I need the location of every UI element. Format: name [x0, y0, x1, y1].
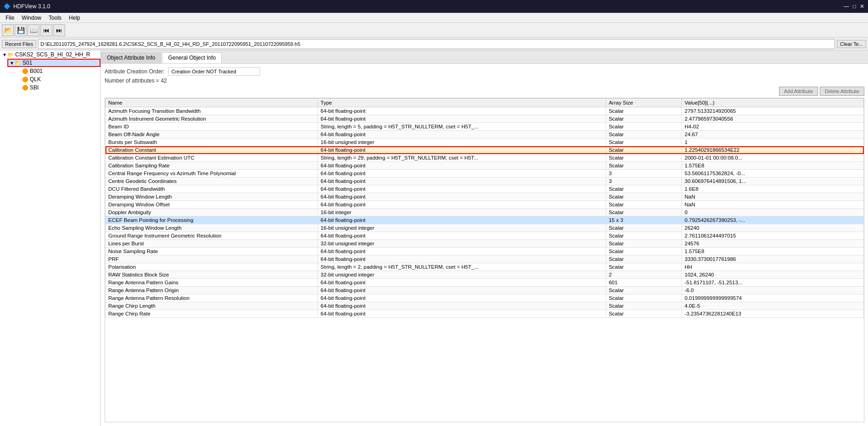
toolbar-save-btn[interactable]: 💾 — [15, 24, 27, 36]
table-cell-array_size: 601 — [606, 279, 681, 287]
addressbar: Recent Files Clear Te... — [0, 38, 868, 50]
table-row[interactable]: ECEF Beam Pointing for Processing64-bit … — [106, 216, 864, 224]
table-cell-name: Calibration Constant — [106, 146, 318, 154]
table-cell-type: 64-bit floating-point — [317, 287, 606, 294]
sidebar-label-sbi: SBI — [30, 84, 39, 91]
table-row[interactable]: Range Antenna Pattern Origin64-bit float… — [106, 287, 864, 294]
menu-help[interactable]: Help — [65, 14, 84, 22]
clear-btn[interactable]: Clear Te... — [837, 40, 866, 48]
menu-window[interactable]: Window — [18, 14, 45, 22]
tree-children-s01: 🟠 B001 🟠 QLK 🟠 SBI — [7, 67, 100, 92]
table-row[interactable]: Range Antenna Pattern Resolution64-bit f… — [106, 294, 864, 302]
table-row[interactable]: Central Range Frequency vs Azimuth Time … — [106, 170, 864, 177]
table-row[interactable]: Centre Geodetic Coordinates64-bit floati… — [106, 177, 864, 185]
table-row[interactable]: Azimuth Instrument Geometric Resolution6… — [106, 115, 864, 123]
table-row[interactable]: Beam Off-Nadir Angle64-bit floating-poin… — [106, 131, 864, 138]
table-cell-value: 24576 — [682, 240, 864, 248]
table-row[interactable]: Deramping Window Offset64-bit floating-p… — [106, 201, 864, 209]
tab-general-obj[interactable]: General Object Info — [162, 52, 222, 63]
sidebar-item-b001[interactable]: 🟠 B001 — [15, 67, 100, 75]
table-cell-name: Beam ID — [106, 123, 318, 131]
table-row[interactable]: Ground Range Instrument Geometric Resolu… — [106, 232, 864, 240]
table-row[interactable]: Doppler Ambiguity16-bit integerScalar0 — [106, 209, 864, 216]
table-cell-name: Polarisation — [106, 263, 318, 271]
window-close[interactable]: ✕ — [860, 3, 864, 10]
folder-icon-s01: 📁 — [15, 60, 21, 66]
table-row[interactable]: Calibration Constant Estimation UTCStrin… — [106, 154, 864, 162]
table-cell-array_size: Scalar — [606, 185, 681, 193]
table-cell-type: 64-bit floating-point — [317, 248, 606, 255]
toolbar-open-btn[interactable]: 📂 — [2, 24, 14, 36]
table-cell-type: 16-bit integer — [317, 209, 606, 216]
window-maximize[interactable]: □ — [853, 3, 856, 10]
toolbar-help-btn[interactable]: 📖 — [28, 24, 39, 36]
main-area: ▼ 📁 CSKS2_SCS_B_HI_02_HH_R ▼ 📁 S01 🟠 B00… — [0, 50, 868, 426]
table-cell-name: Deramping Window Offset — [106, 201, 318, 209]
sidebar-item-qlk[interactable]: 🟠 QLK — [15, 75, 100, 83]
sidebar-item-csks2[interactable]: ▼ 📁 CSKS2_SCS_B_HI_02_HH_R — [0, 50, 100, 59]
table-cell-name: Deramping Window Length — [106, 193, 318, 201]
menubar: File Window Tools Help — [0, 13, 868, 23]
table-row[interactable]: PRF64-bit floating-pointScalar3330.37300… — [106, 255, 864, 263]
table-cell-value: 2.477965973040556 — [682, 115, 864, 123]
recent-files-btn[interactable]: Recent Files — [2, 40, 36, 48]
titlebar: 🔷 HDFView 3.1.0 — □ ✕ — [0, 0, 868, 13]
col-header-name: Name — [106, 99, 318, 107]
tree-arrow-csks2: ▼ — [2, 52, 7, 57]
delete-attribute-btn[interactable]: Delete Attribute — [820, 87, 864, 96]
sidebar-item-s01[interactable]: ▼ 📁 S01 — [7, 59, 100, 67]
col-header-arraysize: Array Size — [606, 99, 681, 107]
table-cell-array_size: Scalar — [606, 162, 681, 170]
table-cell-name: Noise Sampling Rate — [106, 248, 318, 255]
tab-object-attr[interactable]: Object Attribute Info — [101, 52, 161, 63]
table-row[interactable]: Beam IDString, length = 5, padding = H5T… — [106, 123, 864, 131]
table-cell-type: 64-bit floating-point — [317, 185, 606, 193]
table-cell-value: -3.23547362281240E13 — [682, 310, 864, 318]
table-cell-type: 16-bit unsigned integer — [317, 138, 606, 146]
table-cell-value: 2797.5133214920065 — [682, 107, 864, 115]
add-attribute-btn[interactable]: Add Attribute — [779, 87, 818, 96]
col-header-value: Value[50](...) — [682, 99, 864, 107]
node-icon-b001: 🟠 — [22, 68, 28, 74]
window-minimize[interactable]: — — [844, 3, 849, 10]
table-row[interactable]: Deramping Window Length64-bit floating-p… — [106, 193, 864, 201]
table-cell-name: Range Chirp Rate — [106, 310, 318, 318]
table-row[interactable]: Calibration Sampling Rate64-bit floating… — [106, 162, 864, 170]
table-cell-array_size: Scalar — [606, 154, 681, 162]
table-cell-value: NaN — [682, 193, 864, 201]
table-cell-array_size: Scalar — [606, 123, 681, 131]
attr-table-body: Azimuth Focusing Transition Bandwidth64-… — [106, 107, 864, 318]
table-row[interactable]: Noise Sampling Rate64-bit floating-point… — [106, 248, 864, 255]
table-row[interactable]: PolarisationString, length = 2, padding … — [106, 263, 864, 271]
table-cell-type: 64-bit floating-point — [317, 115, 606, 123]
table-row[interactable]: Echo Sampling Window Length16-bit unsign… — [106, 224, 864, 232]
num-attributes-label: Number of attributes = 42 — [105, 77, 167, 84]
table-cell-value: 1.575E8 — [682, 162, 864, 170]
table-cell-value: HH — [682, 263, 864, 271]
menu-file[interactable]: File — [2, 14, 18, 22]
table-cell-type: 64-bit floating-point — [317, 177, 606, 185]
table-cell-name: Azimuth Instrument Geometric Resolution — [106, 115, 318, 123]
num-attributes-row: Number of attributes = 42 — [105, 77, 864, 84]
table-row[interactable]: Bursts per Subswath16-bit unsigned integ… — [106, 138, 864, 146]
table-cell-name: Range Antenna Pattern Origin — [106, 287, 318, 294]
table-row[interactable]: Range Chirp Rate64-bit floating-pointSca… — [106, 310, 864, 318]
path-input[interactable] — [38, 39, 835, 49]
attr-table-container[interactable]: Name Type Array Size Value[50](...) Azim… — [105, 98, 864, 422]
table-cell-type: 64-bit floating-point — [317, 193, 606, 201]
table-row[interactable]: Calibration Constant64-bit floating-poin… — [106, 146, 864, 154]
table-cell-array_size: 3 — [606, 177, 681, 185]
table-row[interactable]: Range Antenna Pattern Gains64-bit floati… — [106, 279, 864, 287]
menu-tools[interactable]: Tools — [45, 14, 65, 22]
table-row[interactable]: Azimuth Focusing Transition Bandwidth64-… — [106, 107, 864, 115]
toolbar-prev-btn[interactable]: ⏮ — [40, 24, 52, 36]
toolbar-next-btn[interactable]: ⏭ — [53, 24, 65, 36]
app-title: HDFView 3.1.0 — [13, 3, 50, 10]
table-row[interactable]: RAW Statistics Block Size32-bit unsigned… — [106, 271, 864, 279]
sidebar-item-sbi[interactable]: 🟠 SBI — [15, 83, 100, 92]
table-row[interactable]: Range Chirp Length64-bit floating-pointS… — [106, 302, 864, 310]
table-row[interactable]: DCU Filtered Bandwidth64-bit floating-po… — [106, 185, 864, 193]
table-cell-value: -6.0 — [682, 287, 864, 294]
table-cell-value: 1 — [682, 138, 864, 146]
table-row[interactable]: Lines per Burst32-bit unsigned integerSc… — [106, 240, 864, 248]
